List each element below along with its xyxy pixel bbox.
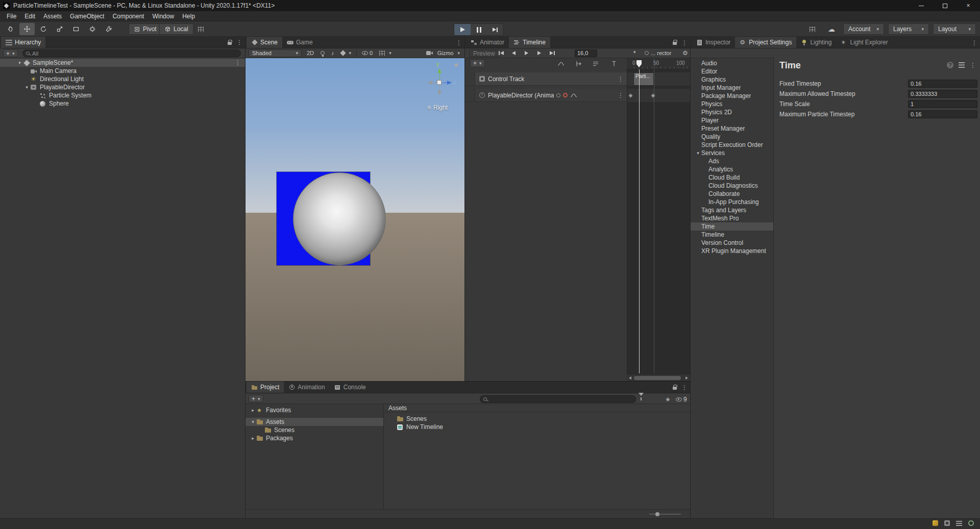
timeline-ruler[interactable]: 0 50 100 bbox=[627, 58, 690, 69]
transform-tool-button[interactable] bbox=[85, 23, 100, 35]
asset-scenes[interactable]: Scenes bbox=[384, 415, 690, 423]
settings-category-cloud-diagnostics[interactable]: Cloud Diagnostics bbox=[691, 182, 773, 190]
tab-scene[interactable]: Scene bbox=[247, 37, 282, 48]
settings-category-time[interactable]: Time bbox=[691, 222, 773, 231]
track-control[interactable]: Control Track ⋮ bbox=[465, 72, 627, 86]
maximize-button[interactable] bbox=[933, 0, 957, 11]
pivot-toggle-button[interactable]: Pivot bbox=[129, 23, 162, 35]
custom-tool-button[interactable] bbox=[101, 23, 116, 35]
play-button[interactable] bbox=[454, 24, 471, 35]
lock-icon[interactable] bbox=[673, 387, 677, 390]
project-menu-button[interactable]: ⋮ bbox=[681, 385, 687, 391]
settings-category-textmesh-pro[interactable]: TextMesh Pro bbox=[691, 214, 773, 222]
track-menu-button[interactable]: ⋮ bbox=[618, 92, 623, 98]
account-dropdown[interactable]: Account bbox=[843, 23, 884, 35]
scene-lighting-toggle[interactable] bbox=[319, 49, 326, 57]
next-frame-button[interactable] bbox=[533, 49, 546, 57]
settings-category-input-manager[interactable]: Input Manager bbox=[691, 84, 773, 92]
director-binding-dropdown[interactable]: ... rector bbox=[645, 49, 680, 57]
lock-icon[interactable] bbox=[673, 42, 677, 45]
hierarchy-scene-row[interactable]: SampleScene* ⋮ bbox=[0, 59, 245, 67]
binding-picker-icon[interactable] bbox=[556, 93, 560, 97]
settings-category-player[interactable]: Player bbox=[691, 116, 773, 124]
curves-view-toggle[interactable] bbox=[557, 60, 565, 67]
project-search-input[interactable] bbox=[480, 395, 636, 403]
local-toggle-button[interactable]: Local bbox=[159, 23, 193, 35]
menu-help[interactable]: Help bbox=[178, 11, 199, 21]
status-progress-icon[interactable] bbox=[968, 520, 974, 526]
scene-effects-dropdown[interactable] bbox=[339, 49, 353, 57]
timeline-play-button[interactable] bbox=[520, 49, 533, 57]
menu-component[interactable]: Component bbox=[108, 11, 148, 21]
settings-category-xr-plugin-management[interactable]: XR Plugin Management bbox=[691, 247, 773, 255]
settings-category-version-control[interactable]: Version Control bbox=[691, 239, 773, 247]
settings-category-analytics[interactable]: Analytics bbox=[691, 165, 773, 173]
settings-category-editor[interactable]: Editor bbox=[691, 67, 773, 75]
scene-audio-toggle[interactable]: ♪ bbox=[330, 49, 336, 57]
project-tree-scenes[interactable]: Scenes bbox=[246, 426, 383, 434]
settings-category-quality[interactable]: Quality bbox=[691, 133, 773, 141]
view-orientation-button[interactable]: ≡ Right bbox=[427, 104, 448, 111]
save-search-button[interactable]: ★ bbox=[665, 396, 672, 402]
tab-light-explorer[interactable]: Light Explorer bbox=[836, 37, 892, 48]
hierarchy-item-particle-system[interactable]: Particle System bbox=[0, 91, 245, 99]
record-toggle-button[interactable] bbox=[563, 93, 568, 97]
settings-category-timeline[interactable]: Timeline bbox=[691, 231, 773, 239]
hierarchy-search-input[interactable]: All bbox=[22, 49, 241, 57]
tab-game[interactable]: Game bbox=[282, 37, 317, 48]
scale-tool-button[interactable] bbox=[52, 23, 67, 35]
settings-category-tags-and-layers[interactable]: Tags and Layers bbox=[691, 206, 773, 214]
previous-frame-button[interactable] bbox=[507, 49, 520, 57]
foldout-caret[interactable] bbox=[250, 406, 256, 414]
settings-category-graphics[interactable]: Graphics bbox=[691, 75, 773, 84]
2d-toggle-button[interactable]: 2D bbox=[305, 49, 315, 57]
scene-viewport[interactable]: y z ≡ Right bbox=[246, 58, 464, 381]
hidden-packages-button[interactable]: 9 bbox=[676, 396, 689, 402]
menu-window[interactable]: Window bbox=[148, 11, 178, 21]
snap-toggle[interactable] bbox=[610, 60, 618, 67]
settings-category-in-app-purchasing[interactable]: In-App Purchasing bbox=[691, 198, 773, 206]
clip-edit-mode-button[interactable] bbox=[575, 60, 582, 67]
gizmo-lock-icon[interactable] bbox=[455, 64, 458, 67]
settings-category-preset-manager[interactable]: Preset Manager bbox=[691, 124, 773, 133]
asset-new-timeline[interactable]: New Timeline bbox=[384, 423, 690, 431]
search-by-type-button[interactable] bbox=[639, 396, 646, 402]
tab-inspector[interactable]: Inspector bbox=[692, 37, 735, 48]
settings-category-cloud-build[interactable]: Cloud Build bbox=[691, 173, 773, 182]
slider-thumb[interactable] bbox=[655, 512, 659, 516]
settings-category-collaborate[interactable]: Collaborate bbox=[691, 190, 773, 198]
marker-visibility-toggle[interactable] bbox=[592, 60, 599, 67]
scroll-left-icon[interactable] bbox=[629, 376, 631, 380]
hierarchy-item-playabledirector[interactable]: PlayableDirector bbox=[0, 83, 245, 91]
settings-category-package-manager[interactable]: Package Manager bbox=[691, 92, 773, 100]
x-axis-cone[interactable] bbox=[428, 81, 432, 85]
shading-mode-dropdown[interactable]: Shaded bbox=[249, 49, 302, 57]
timeline-menu-button[interactable]: ⋮ bbox=[681, 40, 687, 46]
y-axis-cone[interactable] bbox=[437, 68, 442, 73]
foldout-caret[interactable] bbox=[250, 434, 256, 442]
tab-lighting[interactable]: Lighting bbox=[796, 37, 836, 48]
curves-toggle-button[interactable] bbox=[570, 92, 577, 98]
settings-category-physics-2d[interactable]: Physics 2D bbox=[691, 108, 773, 116]
layout-dropdown[interactable]: Layout bbox=[933, 23, 976, 35]
create-object-button[interactable]: + bbox=[3, 49, 18, 57]
timeline-horizontal-scrollbar[interactable] bbox=[627, 374, 690, 381]
step-button[interactable] bbox=[487, 24, 503, 35]
menu-gameobject[interactable]: GameObject bbox=[66, 11, 108, 21]
search-all-button[interactable] bbox=[804, 23, 820, 35]
hierarchy-item-main-camera[interactable]: Main Camera bbox=[0, 67, 245, 75]
tab-animation[interactable]: Animation bbox=[284, 382, 329, 393]
cloud-collab-button[interactable]: ☁ bbox=[823, 23, 840, 35]
settings-page-menu-button[interactable]: ⋮ bbox=[970, 62, 975, 68]
down-axis-cone[interactable] bbox=[437, 91, 442, 95]
status-console-icon[interactable] bbox=[956, 521, 962, 526]
layers-dropdown[interactable]: Layers bbox=[888, 23, 929, 35]
hidden-objects-button[interactable]: 0 bbox=[360, 49, 374, 57]
settings-menu-button[interactable]: ⋮ bbox=[971, 40, 976, 46]
timeline-clip-lane[interactable]: Parti... bbox=[627, 69, 690, 374]
tab-project-settings[interactable]: Project Settings bbox=[735, 37, 796, 48]
tab-timeline[interactable]: Timeline bbox=[509, 37, 550, 48]
sphere-object[interactable] bbox=[293, 172, 386, 265]
settings-category-ads[interactable]: Ads bbox=[691, 157, 773, 165]
field-input[interactable]: 0.16 bbox=[908, 110, 977, 118]
